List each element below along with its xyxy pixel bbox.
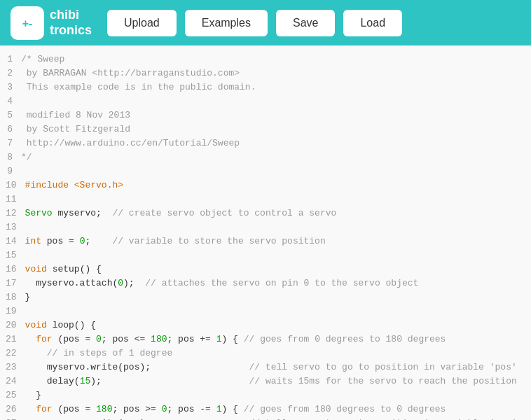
line-content: This example code is in the public domai… <box>21 81 256 94</box>
line-number: 22 <box>0 347 25 360</box>
line-content: myservo.attach(0); // attaches the servo… <box>25 277 419 290</box>
table-row: 15 <box>0 248 531 262</box>
table-row: 27 myservo.write(pos); // tell servo to … <box>0 416 531 420</box>
table-row: 5 modified 8 Nov 2013 <box>0 108 531 122</box>
line-content: for (pos = 0; pos <= 180; pos += 1) { //… <box>25 333 446 346</box>
line-number: 10 <box>0 179 25 192</box>
logo-text: chibi tronics <box>50 8 92 38</box>
line-content: #include <Servo.h> <box>25 179 123 192</box>
logo-icon: +- <box>11 6 44 40</box>
line-number: 9 <box>0 165 21 178</box>
line-content: myservo.write(pos); // tell servo to go … <box>25 417 517 420</box>
line-number: 12 <box>0 207 25 220</box>
table-row: 14int pos = 0; // variable to store the … <box>0 234 531 248</box>
line-content: modified 8 Nov 2013 <box>21 109 130 122</box>
line-content: for (pos = 180; pos >= 0; pos -= 1) { //… <box>25 403 446 416</box>
line-number: 6 <box>0 123 21 136</box>
line-number: 19 <box>0 305 25 318</box>
table-row: 13 <box>0 220 531 234</box>
table-row: 11 <box>0 192 531 206</box>
line-number: 24 <box>0 375 25 388</box>
svg-text:+-: +- <box>22 18 33 29</box>
line-number: 4 <box>0 95 21 108</box>
upload-button[interactable]: Upload <box>107 10 177 36</box>
table-row: 18} <box>0 290 531 304</box>
line-number: 15 <box>0 249 25 262</box>
line-number: 5 <box>0 109 21 122</box>
line-content: http://www.arduino.cc/en/Tutorial/Sweep <box>21 137 240 150</box>
line-content: // in steps of 1 degree <box>25 347 173 360</box>
line-content: void loop() { <box>25 319 96 332</box>
line-content: Servo myservo; // create servo object to… <box>25 207 337 220</box>
line-number: 8 <box>0 151 21 164</box>
line-number: 27 <box>0 417 25 420</box>
examples-button[interactable]: Examples <box>185 10 268 36</box>
line-content: /* Sweep <box>21 53 64 66</box>
line-number: 25 <box>0 389 25 402</box>
table-row: 3 This example code is in the public dom… <box>0 80 531 94</box>
table-row: 16void setup() { <box>0 262 531 276</box>
table-row: 2 by BARRAGAN <http://barraganstudio.com… <box>0 66 531 80</box>
code-area[interactable]: 1/* Sweep2 by BARRAGAN <http://barragans… <box>0 46 531 420</box>
line-content: delay(15); // waits 15ms for the servo t… <box>25 375 517 388</box>
line-number: 20 <box>0 319 25 332</box>
line-content: } <box>25 389 41 402</box>
table-row: 21 for (pos = 0; pos <= 180; pos += 1) {… <box>0 332 531 346</box>
table-row: 7 http://www.arduino.cc/en/Tutorial/Swee… <box>0 136 531 150</box>
line-number: 16 <box>0 263 25 276</box>
table-row: 12Servo myservo; // create servo object … <box>0 206 531 220</box>
table-row: 22 // in steps of 1 degree <box>0 346 531 360</box>
line-number: 13 <box>0 221 25 234</box>
table-row: 19 <box>0 304 531 318</box>
header: +- chibi tronics Upload Examples Save Lo… <box>0 0 531 46</box>
line-number: 2 <box>0 67 21 80</box>
line-number: 18 <box>0 291 25 304</box>
line-content: by BARRAGAN <http://barraganstudio.com> <box>21 67 240 80</box>
line-number: 1 <box>0 53 21 66</box>
line-number: 26 <box>0 403 25 416</box>
table-row: 26 for (pos = 180; pos >= 0; pos -= 1) {… <box>0 402 531 416</box>
table-row: 1/* Sweep <box>0 52 531 66</box>
line-content: void setup() { <box>25 263 102 276</box>
line-number: 11 <box>0 193 25 206</box>
save-button[interactable]: Save <box>276 10 335 36</box>
table-row: 9 <box>0 164 531 178</box>
line-number: 14 <box>0 235 25 248</box>
line-content: */ <box>21 151 32 164</box>
line-number: 17 <box>0 277 25 290</box>
logo-container: +- chibi tronics <box>11 6 92 40</box>
table-row: 20void loop() { <box>0 318 531 332</box>
line-number: 3 <box>0 81 21 94</box>
table-row: 6 by Scott Fitzgerald <box>0 122 531 136</box>
table-row: 17 myservo.attach(0); // attaches the se… <box>0 276 531 290</box>
line-number: 21 <box>0 333 25 346</box>
line-number: 23 <box>0 361 25 374</box>
line-content: by Scott Fitzgerald <box>21 123 130 136</box>
table-row: 10#include <Servo.h> <box>0 178 531 192</box>
table-row: 4 <box>0 94 531 108</box>
line-content: myservo.write(pos); // tell servo to go … <box>25 361 517 374</box>
table-row: 25 } <box>0 388 531 402</box>
line-number: 7 <box>0 137 21 150</box>
load-button[interactable]: Load <box>343 10 402 36</box>
line-content: int pos = 0; // variable to store the se… <box>25 235 326 248</box>
table-row: 24 delay(15); // waits 15ms for the serv… <box>0 374 531 388</box>
table-row: 23 myservo.write(pos); // tell servo to … <box>0 360 531 374</box>
table-row: 8*/ <box>0 150 531 164</box>
line-content: } <box>25 291 31 304</box>
